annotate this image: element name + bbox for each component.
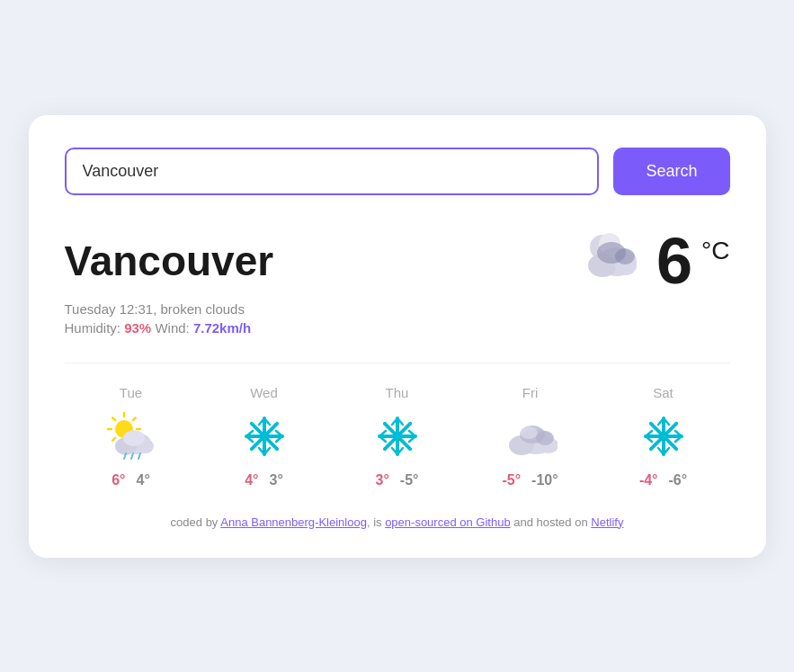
- search-row: Search: [65, 148, 730, 195]
- search-input[interactable]: [65, 148, 600, 195]
- weather-description: Tuesday 12:31, broken clouds: [65, 301, 730, 317]
- day-label: Tue: [120, 385, 142, 400]
- forecast-high: 6°: [112, 472, 125, 488]
- svg-point-19: [123, 430, 145, 446]
- forecast-temps: 3° -5°: [376, 472, 419, 488]
- svg-point-52: [520, 426, 538, 439]
- forecast-day: Fri -5° -10°: [464, 385, 597, 488]
- forecast-low: 3°: [270, 472, 283, 488]
- footer-prefix: coded by: [171, 515, 221, 529]
- open-source-link[interactable]: open-sourced on Github: [385, 515, 510, 529]
- forecast-temps: -5° -10°: [502, 472, 558, 488]
- forecast-low: 4°: [137, 472, 150, 488]
- forecast-section: Tue: [65, 363, 730, 488]
- forecast-icon-snow: [375, 411, 420, 461]
- weather-humidity-wind: Humidity: 93% Wind: 7.72km/h: [65, 320, 730, 336]
- wind-value: 7.72km/h: [193, 320, 251, 336]
- temperature-value: 6: [656, 228, 692, 293]
- svg-line-14: [132, 417, 135, 420]
- wind-label: Wind:: [155, 320, 193, 336]
- forecast-low: -5°: [400, 472, 419, 488]
- city-name: Vancouver: [65, 237, 274, 285]
- day-label: Wed: [250, 385, 278, 400]
- forecast-day: Wed 4° 3°: [198, 385, 331, 488]
- forecast-low: -10°: [531, 472, 558, 488]
- humidity-label: Humidity:: [65, 320, 121, 336]
- city-block: Vancouver: [65, 237, 274, 285]
- forecast-day: Tue: [65, 385, 198, 488]
- day-label: Sat: [653, 385, 674, 400]
- svg-line-15: [112, 437, 115, 440]
- hosting-link[interactable]: Netlify: [591, 515, 623, 529]
- humidity-value: 93%: [124, 320, 151, 336]
- footer: coded by Anna Bannenberg-Kleinloog, is o…: [65, 515, 730, 529]
- temp-block: 6 °C: [575, 228, 729, 294]
- forecast-high: 4°: [245, 472, 258, 488]
- svg-point-6: [615, 248, 635, 264]
- svg-line-22: [138, 453, 140, 459]
- forecast-icon-cloudy: [504, 411, 558, 461]
- current-weather-icon: [575, 228, 647, 294]
- svg-point-51: [536, 431, 554, 445]
- footer-suffix: and hosted on: [511, 515, 592, 529]
- day-label: Thu: [386, 385, 409, 400]
- forecast-temps: 6° 4°: [112, 472, 150, 488]
- forecast-temps: 4° 3°: [245, 472, 283, 488]
- forecast-icon-snow: [242, 411, 287, 461]
- forecast-high: 3°: [376, 472, 389, 488]
- search-button[interactable]: Search: [613, 148, 729, 195]
- forecast-high: -5°: [502, 472, 521, 488]
- footer-middle: , is: [367, 515, 385, 529]
- weather-card: Search Vancouver: [29, 115, 766, 558]
- forecast-day: Thu 3° -5°: [331, 385, 464, 488]
- svg-line-21: [131, 453, 133, 459]
- svg-line-12: [112, 417, 115, 420]
- temperature-unit: °C: [701, 237, 729, 265]
- forecast-high: -4°: [639, 472, 658, 488]
- forecast-icon-partly-cloudy-rain: [106, 411, 156, 461]
- forecast-icon-snow: [641, 411, 686, 461]
- current-weather-section: Vancouver: [65, 228, 730, 336]
- forecast-temps: -4° -6°: [639, 472, 687, 488]
- forecast-low: -6°: [669, 472, 688, 488]
- day-label: Fri: [522, 385, 539, 400]
- author-link[interactable]: Anna Bannenberg-Kleinloog: [220, 515, 367, 529]
- forecast-day: Sat -4° -6°: [597, 385, 730, 488]
